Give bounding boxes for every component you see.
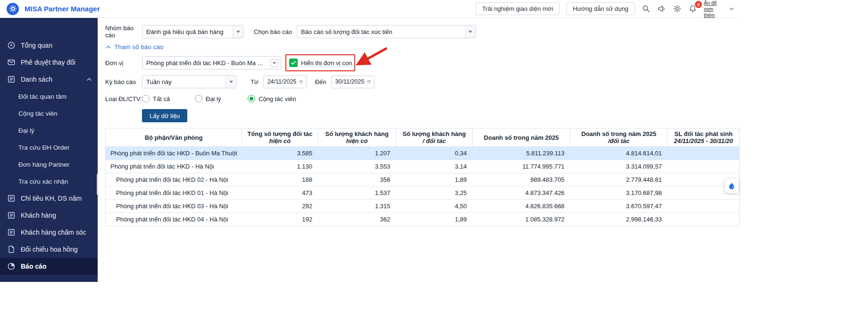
sidebar: Tổng quanPhê duyệt thay đổiDanh sáchĐối …: [0, 18, 98, 282]
value-cell: 356: [318, 173, 396, 187]
misa-logo[interactable]: [7, 3, 19, 15]
report-params-toggle[interactable]: Tham số báo cáo: [105, 43, 163, 51]
chevron-up-icon[interactable]: [85, 76, 93, 83]
sidebar-item[interactable]: Báo cáo: [0, 258, 98, 275]
value-cell: 4.814.614,01: [570, 147, 668, 160]
sidebar-subitem[interactable]: Tra cứu xác nhận: [0, 173, 98, 190]
value-cell: 2.779.448,61: [570, 173, 668, 187]
doc-icon: [7, 245, 16, 254]
table-row[interactable]: Phòng phát triển đối tác HKD 01 - Hà Nội…: [106, 187, 740, 200]
column-header[interactable]: Số lượng khách hàng/ đối tác: [396, 128, 472, 147]
column-header[interactable]: Tổng số lượng đối táchiện có: [242, 128, 318, 147]
period-select[interactable]: Tuần này: [142, 75, 236, 88]
value-cell: 4.873.347.426: [473, 187, 570, 200]
show-child-units-label[interactable]: Hiển thị đơn vị con: [301, 59, 352, 67]
value-cell: 188: [242, 173, 318, 187]
sidebar-item-label: Chỉ tiêu KH, DS năm: [21, 195, 82, 202]
value-cell: 292: [242, 200, 318, 213]
list-icon: [7, 211, 16, 220]
sidebar-item[interactable]: Danh sách: [0, 71, 98, 88]
table-row[interactable]: Phòng phát triển đối tác HKD 04 - Hà Nội…: [106, 213, 740, 226]
gear-logo-icon: [9, 5, 17, 13]
sidebar-item[interactable]: Đối chiếu hoa hồng: [0, 241, 98, 258]
settings-gear-icon[interactable]: [673, 4, 682, 13]
column-header[interactable]: SL đối tác phát sinh24/11/2025 - 30/11/2…: [668, 128, 740, 147]
report-name-label: Chọn báo cáo: [254, 28, 292, 35]
value-cell: 4,50: [396, 200, 472, 213]
sidebar-subitem[interactable]: Đại lý: [0, 122, 98, 139]
sidebar-subitem[interactable]: Đơn hàng Partner: [0, 156, 98, 173]
chevron-down-icon[interactable]: [728, 6, 735, 12]
radio-option[interactable]: Cộng tác viên: [248, 95, 296, 102]
value-cell: 473: [242, 187, 318, 200]
column-header[interactable]: Doanh số trong năm 2025/đối tác: [570, 128, 668, 147]
show-child-units-checkbox[interactable]: [289, 59, 298, 67]
value-cell: 11.774.995.771: [473, 160, 570, 173]
unit-combobox[interactable]: Phòng phát triển đối tác HKD - Buôn Ma T…: [142, 56, 281, 69]
department-cell: Phòng phát triển đối tác HKD 03 - Hà Nội: [106, 200, 242, 213]
table-row[interactable]: Phòng phát triển đối tác HKD - Hà Nội1.1…: [106, 160, 740, 173]
from-label: Từ: [250, 78, 259, 85]
list-icon: [7, 194, 16, 203]
column-header[interactable]: Doanh số trong năm 2025: [473, 128, 570, 147]
overview-icon: [7, 41, 16, 50]
user-guide-button[interactable]: Hướng dẫn sử dụng: [566, 2, 635, 15]
value-cell: 1.085.328.972: [473, 213, 570, 226]
sidebar-menu: Tổng quanPhê duyệt thay đổiDanh sáchĐối …: [0, 18, 98, 275]
sidebar-subitem[interactable]: Đối tác quan tâm: [0, 88, 98, 105]
try-new-ui-button[interactable]: Trải nghiệm giao diện mới: [476, 2, 559, 15]
value-cell: 1,89: [396, 213, 472, 226]
from-date-input[interactable]: 24/11/2025: [263, 76, 307, 88]
sidebar-item[interactable]: Chỉ tiêu KH, DS năm: [0, 190, 98, 207]
table-row[interactable]: Phòng phát triển đối tác HKD 02 - Hà Nội…: [106, 173, 740, 187]
unit-label: Đơn vị: [105, 59, 142, 67]
report-name-select[interactable]: Báo cáo số lượng đối tác xúc tiến: [297, 25, 476, 38]
avatar-alt-text[interactable]: Ấn để xem thêm: [704, 0, 722, 18]
support-widget-button[interactable]: [725, 179, 739, 193]
column-header[interactable]: Bộ phận/Văn phòng: [106, 128, 242, 147]
sidebar-subitem[interactable]: Cộng tác viên: [0, 105, 98, 122]
value-cell: 2.998.146,33: [570, 213, 668, 226]
value-cell: 3,25: [396, 187, 472, 200]
partner-type-label: Loại ĐL/CTV:: [105, 95, 142, 102]
sidebar-subitem[interactable]: Tra cứu ĐH Order: [0, 139, 98, 156]
value-cell: 3,14: [396, 160, 472, 173]
get-data-button[interactable]: Lấy dữ liệu: [142, 109, 187, 122]
main-content: Nhóm báo cáo Đánh giá hiệu quả bán hàng …: [98, 18, 740, 282]
annotation-arrow: [353, 45, 391, 68]
sidebar-item[interactable]: Tổng quan: [0, 37, 98, 54]
value-cell: 3.585: [242, 147, 318, 160]
radio-option[interactable]: Đại lý: [195, 95, 248, 102]
search-icon[interactable]: [642, 4, 651, 13]
sidebar-item[interactable]: Phê duyệt thay đổi: [0, 54, 98, 71]
megaphone-icon[interactable]: [657, 4, 666, 13]
department-cell: Phòng phát triển đối tác HKD 04 - Hà Nội: [106, 213, 242, 226]
to-label: Đến: [315, 78, 326, 85]
department-cell: Phòng phát triển đối tác HKD - Buôn Ma T…: [106, 147, 242, 160]
sidebar-item[interactable]: Khách hàng chăm sóc: [0, 224, 98, 241]
value-cell: [668, 213, 740, 226]
value-cell: 1,89: [396, 173, 472, 187]
chevron-down-icon[interactable]: [270, 59, 278, 67]
chevron-down-icon: [233, 25, 243, 38]
bell-icon[interactable]: 0: [688, 4, 697, 13]
list-icon: [7, 228, 16, 237]
app-title: MISA Partner Manager: [25, 5, 100, 13]
report-table: Bộ phận/Văn phòngTổng số lượng đối táchi…: [105, 128, 740, 226]
notification-badge: 0: [695, 1, 702, 8]
sidebar-item[interactable]: Khách hàng: [0, 207, 98, 224]
column-header[interactable]: Số lượng khách hànghiện có: [318, 128, 396, 147]
envelope-icon: [7, 58, 16, 67]
chevron-up-icon: [105, 44, 111, 50]
value-cell: 4.826.835.668: [473, 200, 570, 213]
list-icon: [7, 75, 16, 84]
table-row[interactable]: Phòng phát triển đối tác HKD - Buôn Ma T…: [106, 147, 740, 160]
value-cell: [668, 160, 740, 173]
table-body: Phòng phát triển đối tác HKD - Buôn Ma T…: [106, 147, 740, 226]
table-row[interactable]: Phòng phát triển đối tác HKD 03 - Hà Nội…: [106, 200, 740, 213]
sidebar-item-label: Đối chiếu hoa hồng: [21, 246, 78, 253]
table-head: Bộ phận/Văn phòngTổng số lượng đối táchi…: [106, 128, 740, 147]
radio-option[interactable]: Tất cả: [142, 95, 195, 102]
to-date-input[interactable]: 30/11/2025: [331, 76, 375, 88]
report-group-select[interactable]: Đánh giá hiệu quả bán hàng: [142, 25, 243, 38]
